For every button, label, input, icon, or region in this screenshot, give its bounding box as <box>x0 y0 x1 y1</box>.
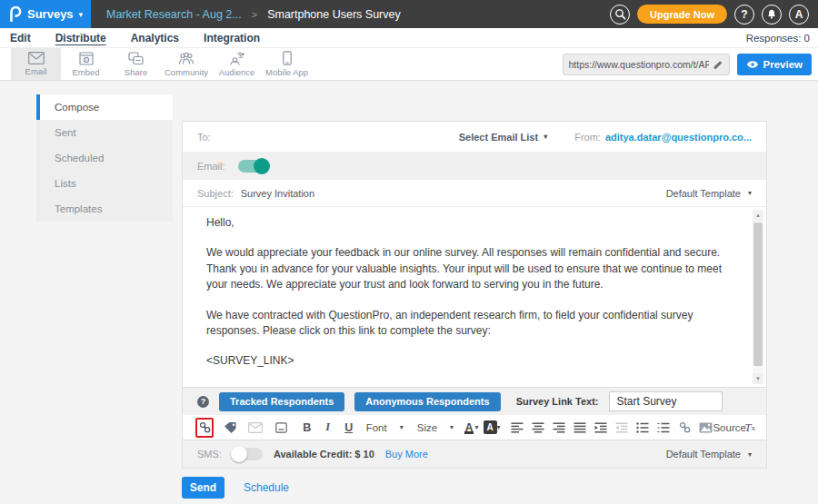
text-color-button[interactable]: A ▾ <box>462 418 480 438</box>
channel-audience-label: Audience <box>219 67 255 77</box>
channel-email[interactable]: Email <box>11 48 61 80</box>
schedule-link[interactable]: Schedule <box>244 481 289 494</box>
italic-button[interactable]: I <box>319 418 337 438</box>
editor-scrollbar[interactable]: ▲ ▼ <box>753 210 763 384</box>
bell-icon <box>766 8 777 20</box>
align-left-button[interactable] <box>508 418 526 438</box>
breadcrumb: Market Research - Aug 2... > Smartphone … <box>106 8 401 21</box>
sidebar-item-compose[interactable]: Compose <box>36 94 173 120</box>
notifications-button[interactable] <box>762 5 782 25</box>
from-label: From: <box>574 132 601 143</box>
channel-mobile-app[interactable]: Mobile App <box>262 48 312 80</box>
question-mark-icon: ? <box>741 8 747 21</box>
size-dropdown-label: Size <box>417 422 437 433</box>
buy-more-link[interactable]: Buy More <box>385 449 428 460</box>
channel-embed[interactable]: Embed <box>61 48 111 80</box>
channel-email-label: Email <box>25 66 47 76</box>
placeholder-button[interactable] <box>273 418 291 438</box>
scroll-down-arrow[interactable]: ▼ <box>753 373 763 384</box>
size-dropdown[interactable]: Size ▾ <box>412 422 459 433</box>
chevron-down-icon: ▾ <box>450 423 454 431</box>
audience-dollar-icon: $ <box>229 52 245 65</box>
background-color-button[interactable]: A ▾ <box>483 418 501 438</box>
top-bar: Surveys ▾ Market Research - Aug 2... > S… <box>0 0 818 28</box>
envelope-icon <box>248 422 263 433</box>
anonymous-respondents-button[interactable]: Anonymous Respondents <box>354 392 500 411</box>
eye-icon <box>746 60 759 69</box>
insert-image-button[interactable] <box>696 418 714 438</box>
sidebar-item-lists[interactable]: Lists <box>36 171 173 196</box>
preview-button[interactable]: Preview <box>737 54 812 75</box>
decrease-indent-button-disabled[interactable] <box>613 418 631 438</box>
bulleted-list-button[interactable] <box>633 418 652 438</box>
align-center-button[interactable] <box>529 418 547 438</box>
remove-format-button[interactable]: Tx <box>741 418 759 438</box>
email-body-editor[interactable]: Hello, We would appreciate your feedback… <box>183 207 766 387</box>
body-paragraph: Hello, <box>206 215 730 231</box>
search-button[interactable] <box>610 5 630 25</box>
to-label: To: <box>197 132 211 143</box>
embed-icon <box>79 52 94 65</box>
tab-analytics[interactable]: Analytics <box>131 32 179 44</box>
survey-url-input[interactable] <box>569 59 709 70</box>
underline-button[interactable]: U <box>340 418 358 438</box>
email-template-dropdown[interactable]: Default Template ▾ <box>666 188 752 199</box>
bold-button[interactable]: B <box>298 418 316 438</box>
sms-template-dropdown[interactable]: Default Template ▾ <box>666 449 752 460</box>
link-chain-icon <box>198 420 212 434</box>
tab-edit[interactable]: Edit <box>10 32 31 44</box>
pencil-edit-icon[interactable] <box>713 59 723 70</box>
insert-link-button[interactable] <box>675 418 693 438</box>
tab-integration[interactable]: Integration <box>204 32 260 44</box>
chevron-down-icon: ▾ <box>400 423 404 431</box>
tab-distribute[interactable]: Distribute <box>55 32 106 44</box>
scroll-up-arrow[interactable]: ▲ <box>753 210 763 221</box>
align-left-icon <box>511 422 524 433</box>
align-justify-button[interactable] <box>571 418 589 438</box>
send-button[interactable]: Send <box>182 477 224 499</box>
tracked-respondents-button[interactable]: Tracked Respondents <box>219 392 344 411</box>
chevron-down-icon: ▾ <box>544 133 547 141</box>
email-template-insert-button-disabled[interactable] <box>246 418 264 438</box>
insert-survey-link-button-highlighted[interactable] <box>195 418 214 438</box>
toggle-knob <box>231 446 247 462</box>
respondents-help-icon[interactable]: ? <box>197 396 209 408</box>
merge-tag-button[interactable] <box>221 418 239 438</box>
sidebar-item-scheduled[interactable]: Scheduled <box>36 145 173 171</box>
avatar[interactable]: A <box>789 5 809 25</box>
subject-value[interactable]: Survey Invitation <box>241 188 314 199</box>
channel-share[interactable]: Share <box>111 48 161 80</box>
align-right-button[interactable] <box>550 418 568 438</box>
email-sidebar: Compose Sent Scheduled Lists Templates <box>36 94 173 222</box>
upgrade-now-button[interactable]: Upgrade Now <box>637 5 727 24</box>
channel-audience[interactable]: $ Audience <box>212 48 262 80</box>
responses-count[interactable]: Responses: 0 <box>746 33 818 44</box>
sidebar-item-templates[interactable]: Templates <box>36 196 173 222</box>
help-button[interactable]: ? <box>734 5 754 25</box>
surveys-menu[interactable]: Surveys ▾ <box>0 0 91 28</box>
sidebar-item-sent[interactable]: Sent <box>36 120 173 145</box>
breadcrumb-folder[interactable]: Market Research - Aug 2... <box>106 8 242 21</box>
people-group-icon <box>178 52 195 65</box>
survey-link-text-input[interactable] <box>609 391 723 411</box>
email-toggle[interactable] <box>238 160 268 173</box>
email-toggle-label: Email: <box>197 161 225 172</box>
scrollbar-thumb[interactable] <box>753 222 763 366</box>
sms-toggle[interactable] <box>233 448 263 460</box>
subject-label: Subject: <box>197 188 234 199</box>
survey-nav: Edit Distribute Analytics Integration Re… <box>0 28 818 48</box>
increase-indent-button[interactable] <box>592 418 610 438</box>
channel-community[interactable]: Community <box>161 48 212 80</box>
font-dropdown[interactable]: Font ▾ <box>361 422 409 433</box>
bullet-list-icon <box>636 422 649 433</box>
align-center-icon <box>532 422 544 433</box>
source-button[interactable]: a Source <box>717 418 738 438</box>
link-chain-icon <box>678 420 692 434</box>
numbered-list-button[interactable] <box>654 418 673 438</box>
channel-mobile-app-label: Mobile App <box>265 67 308 77</box>
select-email-list-label: Select Email List <box>459 132 538 143</box>
from-email-value[interactable]: aditya.datar@questionpro.co... <box>605 132 752 143</box>
editor-toolbar: B I U Font ▾ Size ▾ A ▾ A ▾ <box>183 415 766 440</box>
chevron-down-icon: ▾ <box>474 423 478 431</box>
select-email-list-dropdown[interactable]: Select Email List ▾ <box>459 132 547 143</box>
